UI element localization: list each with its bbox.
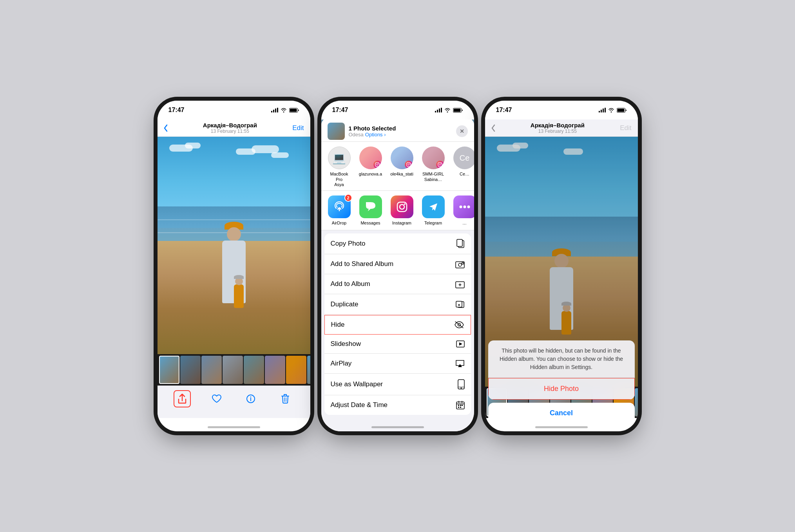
svg-rect-10 [435, 111, 436, 112]
svg-rect-57 [462, 405, 463, 406]
app-airdrop[interactable]: 2 AirDrop [327, 195, 352, 225]
airdrop-badge: 2 [344, 194, 352, 202]
action-hide[interactable]: Hide [324, 315, 471, 335]
hide-photo-button[interactable]: Hide Photo [488, 378, 635, 400]
more-icon-svg [459, 205, 470, 208]
action-label-copy: Copy Photo [331, 240, 366, 248]
contacts-scroll: 💻 MacBook Pro Asya gl [321, 142, 474, 191]
info-icon [246, 394, 255, 404]
delete-button[interactable] [277, 390, 294, 407]
action-airplay[interactable]: AirPlay [324, 354, 471, 374]
nav-subtitle-1: 13 February 11:55 [203, 128, 257, 134]
thumb-item[interactable] [244, 356, 264, 384]
back-button-1[interactable] [164, 125, 168, 132]
svg-rect-63 [605, 108, 606, 112]
contact-sabina[interactable]: SMM-GIRL Sabina… [421, 147, 446, 187]
app-more[interactable]: … [452, 195, 474, 225]
svg-rect-56 [460, 405, 461, 406]
share-button[interactable] [174, 390, 191, 407]
telegram-icon-wrap [422, 195, 445, 218]
contact-name-ole4ka: ole4ka_stati [390, 172, 413, 177]
time-3: 17:47 [496, 107, 512, 114]
telegram-icon-svg [427, 201, 440, 213]
thumb-item[interactable] [201, 356, 222, 384]
calendar-icon [456, 401, 465, 409]
contact-badge-3 [436, 161, 444, 168]
nav-title-block-3: Аркадія–Водограй 13 February 11:55 [531, 122, 585, 134]
action-copy-photo[interactable]: Copy Photo [324, 233, 471, 254]
thumbnail-strip-1 [158, 354, 310, 385]
person-figure [210, 213, 257, 315]
cancel-button[interactable]: Cancel [488, 403, 635, 423]
svg-rect-13 [441, 108, 442, 112]
app-messages[interactable]: Messages [358, 195, 383, 225]
action-wallpaper[interactable]: Use as Wallpaper [324, 374, 471, 395]
action-label-date: Adjust Date & Time [331, 401, 388, 409]
svg-marker-46 [459, 342, 462, 346]
share-photo-preview [328, 123, 345, 140]
share-icon [178, 394, 187, 404]
edit-button-1[interactable]: Edit [292, 124, 304, 132]
contact-glazunova[interactable]: glazunova.a [358, 147, 383, 187]
hide-photo-alert: This photo will be hidden, but can be fo… [485, 340, 638, 431]
share-close-button[interactable]: ✕ [456, 125, 468, 137]
time-1: 17:47 [168, 107, 185, 114]
svg-rect-65 [617, 109, 624, 112]
svg-rect-15 [453, 109, 460, 112]
action-adjust-date[interactable]: Adjust Date & Time [324, 395, 471, 415]
app-label-airdrop: AirDrop [332, 221, 346, 225]
time-2: 17:47 [332, 107, 348, 114]
thumb-item[interactable] [307, 356, 310, 384]
action-label-duplicate: Duplicate [331, 300, 359, 308]
app-instagram[interactable]: Instagram [389, 195, 415, 225]
svg-rect-11 [437, 110, 438, 112]
app-telegram[interactable]: Telegram [421, 195, 446, 225]
action-shared-album[interactable]: Add to Shared Album [324, 254, 471, 274]
share-header: 1 Photo Selected Odesa Options › ✕ [321, 119, 474, 142]
svg-point-7 [250, 396, 251, 397]
share-options-link[interactable]: Options › [365, 132, 386, 138]
action-label-wallpaper: Use as Wallpaper [331, 380, 383, 388]
airdrop-icon-svg [332, 200, 346, 214]
action-add-album[interactable]: Add to Album [324, 274, 471, 294]
action-duplicate[interactable]: Duplicate [324, 294, 471, 315]
duplicate-icon [455, 300, 465, 309]
nav-title-block-1: Аркадія–Водограй 13 February 11:55 [203, 122, 257, 134]
wifi-icon [281, 108, 287, 112]
signal-icon-3 [599, 108, 606, 112]
wifi-icon-3 [608, 108, 614, 112]
svg-point-24 [441, 163, 442, 164]
svg-point-27 [404, 203, 406, 205]
thumb-item[interactable] [265, 356, 285, 384]
thumb-item[interactable] [180, 356, 201, 384]
svg-rect-0 [271, 111, 272, 112]
contact-avatar-macbook: 💻 [328, 147, 351, 169]
favorite-button[interactable] [208, 390, 225, 407]
app-icons-row: 2 AirDrop Messages [321, 191, 474, 230]
signal-icon [271, 108, 278, 112]
status-icons-1 [271, 108, 299, 113]
trash-icon [281, 394, 290, 404]
heart-icon [212, 394, 222, 404]
thumb-item[interactable] [286, 356, 306, 384]
shared-album-icon [455, 260, 465, 268]
svg-point-26 [400, 204, 404, 209]
phone-1: 17:47 [158, 101, 310, 431]
share-title-info: 1 Photo Selected Odesa Options › [349, 125, 456, 138]
back-button-3[interactable] [491, 125, 495, 132]
action-slideshow[interactable]: Slideshow [324, 335, 471, 354]
thumb-item[interactable] [223, 356, 243, 384]
svg-point-18 [378, 163, 379, 164]
thumb-selected[interactable] [159, 356, 179, 384]
nav-title-3: Аркадія–Водограй [531, 122, 585, 128]
contact-ce[interactable]: Ce Ce… [452, 147, 474, 187]
svg-rect-19 [407, 163, 411, 166]
app-label-instagram: Instagram [392, 221, 411, 225]
svg-rect-62 [603, 109, 604, 112]
app-label-more: … [462, 221, 467, 225]
person-figure-3 [538, 240, 585, 342]
home-bar-2 [371, 426, 424, 428]
contact-macbook[interactable]: 💻 MacBook Pro Asya [327, 147, 352, 187]
info-button[interactable] [242, 390, 259, 407]
contact-ole4ka[interactable]: ole4ka_stati [389, 147, 415, 187]
